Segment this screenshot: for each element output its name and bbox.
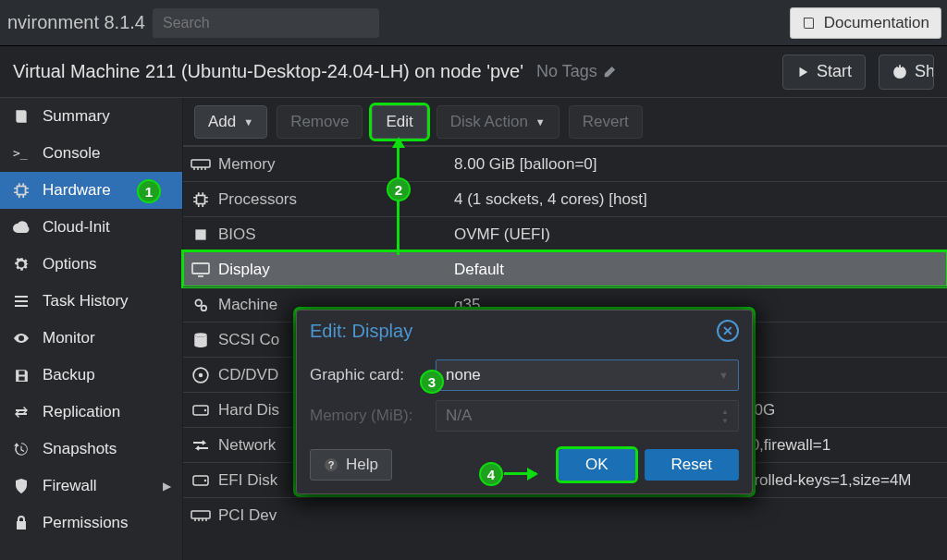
- sidebar-item-options[interactable]: Options: [0, 246, 182, 283]
- sidebar-item-snapshots[interactable]: Snapshots: [0, 431, 182, 468]
- no-tags-label[interactable]: No Tags: [536, 62, 616, 81]
- svg-point-10: [199, 372, 203, 377]
- chip-icon: [183, 226, 218, 243]
- hw-row-bios[interactable]: BIOS OVMF (UEFI): [183, 216, 947, 251]
- sidebar-item-summary[interactable]: Summary: [0, 98, 182, 135]
- eye-icon: [11, 332, 31, 345]
- shutdown-button[interactable]: Shut: [879, 55, 934, 90]
- pci-icon: [183, 509, 218, 522]
- hw-row-processors[interactable]: Processors 4 (1 sockets, 4 cores) [host]: [183, 181, 947, 216]
- memory-mib-input: N/A ▲▼: [436, 400, 739, 432]
- svg-rect-2: [191, 160, 210, 167]
- edit-button[interactable]: Edit: [372, 105, 426, 139]
- edit-display-dialog: Edit: Display ✕ Graphic card: none ▼ Mem…: [296, 310, 753, 494]
- shield-icon: [11, 478, 31, 494]
- gear-icon: [11, 256, 31, 273]
- svg-rect-1: [18, 187, 26, 195]
- documentation-button[interactable]: Documentation: [790, 7, 941, 39]
- chevron-right-icon: ▶: [163, 480, 171, 493]
- reset-button[interactable]: Reset: [645, 449, 739, 481]
- sidebar-item-console[interactable]: >_ Console: [0, 135, 182, 172]
- monitor-icon: [183, 262, 218, 277]
- chevron-down-icon: ▼: [243, 116, 253, 128]
- svg-rect-5: [192, 263, 209, 274]
- product-brand: nvironment 8.1.4: [6, 12, 145, 33]
- svg-point-8: [194, 333, 207, 337]
- cpu-icon: [183, 191, 218, 208]
- hw-row-memory[interactable]: Memory 8.00 GiB [balloon=0]: [183, 146, 947, 181]
- hardware-toolbar: Add ▼ Remove Edit Disk Action ▼ Revert: [183, 98, 947, 146]
- chevron-down-icon: ▼: [535, 116, 546, 128]
- svg-point-14: [204, 479, 206, 481]
- gears-icon: [183, 297, 218, 313]
- sidebar-item-firewall[interactable]: Firewall ▶: [0, 468, 182, 505]
- play-icon: [796, 66, 809, 79]
- sidebar-item-backup[interactable]: Backup: [0, 357, 182, 394]
- database-icon: [183, 332, 218, 348]
- terminal-icon: >_: [11, 147, 31, 160]
- list-icon: [11, 294, 31, 309]
- annotation-badge-4: 4: [479, 462, 503, 486]
- dialog-title: Edit: Display: [310, 321, 412, 342]
- network-icon: [183, 439, 218, 452]
- pencil-icon: [603, 66, 616, 79]
- memory-mib-label: Memory (MiB):: [310, 407, 428, 425]
- history-icon: [11, 441, 31, 457]
- disk-action-button[interactable]: Disk Action ▼: [437, 105, 560, 139]
- lock-icon: [11, 515, 31, 531]
- graphic-card-select[interactable]: none ▼: [436, 359, 739, 391]
- revert-button[interactable]: Revert: [569, 105, 643, 139]
- save-icon: [11, 368, 31, 383]
- sidebar-item-cloud-init[interactable]: Cloud-Init: [0, 209, 182, 246]
- hdd-icon: [183, 473, 218, 488]
- vm-title-bar: Virtual Machine 211 (Ubuntu-Desktop-24.0…: [0, 46, 947, 98]
- svg-rect-15: [191, 511, 210, 518]
- book-icon: [11, 108, 31, 125]
- annotation-badge-1: 1: [137, 179, 161, 203]
- help-button[interactable]: ? Help: [310, 449, 392, 481]
- stepper-icon: ▲▼: [721, 408, 729, 425]
- svg-point-6: [195, 299, 202, 306]
- annotation-arrow: [504, 472, 536, 475]
- top-header: nvironment 8.1.4 Documentation: [0, 0, 947, 46]
- svg-point-7: [202, 305, 207, 310]
- annotation-badge-3: 3: [420, 370, 444, 394]
- hw-row-pcidev[interactable]: PCI Dev: [183, 497, 947, 532]
- search-wrap: [153, 8, 379, 38]
- sidebar-item-permissions[interactable]: Permissions: [0, 505, 182, 542]
- chevron-down-icon: ▼: [719, 370, 729, 381]
- svg-text:>_: >_: [13, 147, 28, 160]
- svg-rect-4: [195, 229, 205, 239]
- close-icon[interactable]: ✕: [717, 320, 739, 342]
- annotation-badge-2: 2: [387, 177, 411, 201]
- remove-button[interactable]: Remove: [277, 105, 363, 139]
- chip-icon: [11, 182, 31, 199]
- add-button[interactable]: Add ▼: [194, 105, 267, 139]
- sidebar-item-task-history[interactable]: Task History: [0, 283, 182, 320]
- dialog-body: Graphic card: none ▼ Memory (MiB): N/A ▲…: [297, 347, 752, 440]
- hdd-icon: [183, 403, 218, 418]
- hw-row-display[interactable]: Display Default: [183, 251, 947, 286]
- sidebar-item-replication[interactable]: Replication: [0, 394, 182, 431]
- search-input[interactable]: [153, 8, 379, 38]
- graphic-card-label: Graphic card:: [310, 366, 428, 384]
- disc-icon: [183, 367, 218, 383]
- memory-icon: [183, 158, 218, 171]
- vm-title: Virtual Machine 211 (Ubuntu-Desktop-24.0…: [13, 61, 523, 82]
- svg-point-12: [204, 408, 206, 410]
- sidebar: Summary >_ Console Hardware Cloud-Init O…: [0, 98, 183, 560]
- power-icon: [892, 65, 907, 79]
- book-icon: [802, 16, 817, 30]
- question-icon: ?: [324, 457, 338, 472]
- sync-icon: [11, 405, 31, 420]
- sidebar-item-monitor[interactable]: Monitor: [0, 320, 182, 357]
- ok-button[interactable]: OK: [559, 449, 635, 481]
- svg-rect-3: [197, 195, 205, 203]
- cloud-icon: [11, 221, 31, 234]
- svg-text:?: ?: [328, 459, 335, 470]
- start-button[interactable]: Start: [782, 55, 866, 90]
- dialog-header: Edit: Display ✕: [297, 310, 752, 347]
- dialog-footer: ? Help OK Reset: [297, 440, 752, 493]
